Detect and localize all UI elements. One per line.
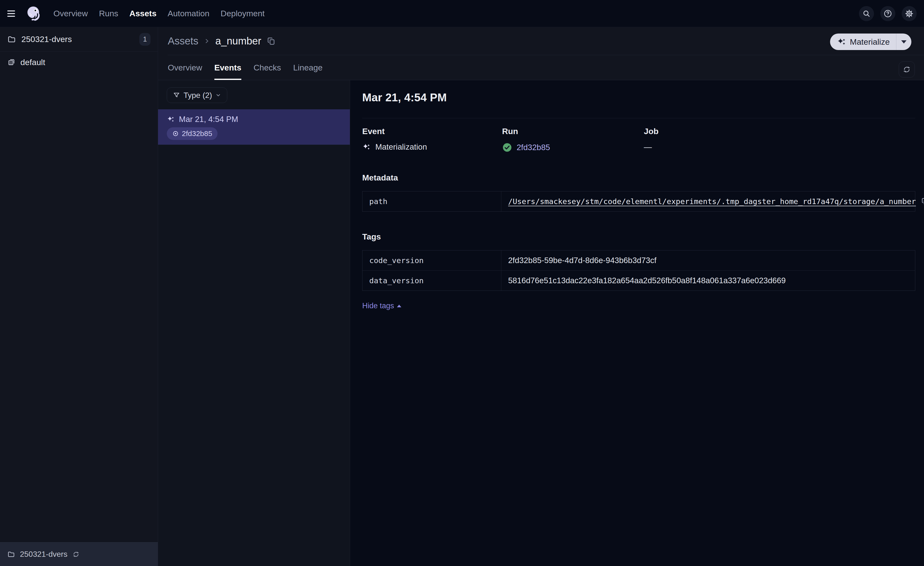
sparkle-icon: [837, 37, 846, 47]
copy-path-button[interactable]: [921, 197, 924, 206]
run-id-label: 2fd32b85: [182, 129, 212, 138]
events-list-panel: Type (2) Mar 21, 4:54 PM: [158, 80, 350, 566]
event-timestamp: Mar 21, 4:54 PM: [179, 114, 238, 124]
event-detail-title: Mar 21, 4:54 PM: [362, 91, 915, 104]
tab-lineage[interactable]: Lineage: [293, 55, 322, 80]
hide-tags-button[interactable]: Hide tags: [362, 301, 401, 310]
nav-item-overview[interactable]: Overview: [53, 9, 88, 18]
asset-count-badge: 1: [140, 33, 150, 46]
copy-icon: [267, 36, 276, 46]
nav-item-deployment[interactable]: Deployment: [220, 9, 265, 18]
tag-value-cell: 5816d76e51c13dac22e3fa182a654aa2d526fb50…: [501, 271, 915, 291]
type-filter-label: Type (2): [183, 91, 212, 100]
asset-sidebar: 250321-dvers 1 default 25: [0, 27, 158, 566]
filter-funnel-icon: [173, 92, 180, 99]
tag-value: 5816d76e51c13dac22e3fa182a654aa2d526fb50…: [508, 276, 786, 285]
table-row: code_version 2fd32b85-59be-4d7d-8d6e-943…: [363, 250, 915, 270]
materialize-button[interactable]: Materialize: [830, 33, 896, 50]
dagster-octopus-logo-icon: [25, 5, 43, 23]
sidebar-repo-label: default: [20, 57, 45, 67]
sidebar-group-label: 250321-dvers: [21, 35, 72, 44]
dagster-app: Overview Runs Assets Automation Deployme…: [0, 0, 924, 566]
help-button[interactable]: [880, 6, 896, 21]
event-column: Event Materialization: [362, 126, 502, 152]
run-id-link[interactable]: 2fd32b85: [517, 143, 550, 152]
path-link[interactable]: /Users/smackesey/stm/code/elementl/exper…: [508, 197, 916, 206]
job-column-label: Job: [644, 126, 915, 136]
tag-key: data_version: [363, 271, 501, 291]
sidebar-item-repo-default[interactable]: default: [0, 51, 158, 73]
asset-page-header: Assets a_number Overview Events Checks L…: [158, 27, 924, 80]
refresh-icon: [903, 65, 911, 74]
metadata-table: path /Users/smackesey/stm/code/elementl/…: [362, 191, 915, 212]
asset-group-icon: [7, 58, 15, 66]
breadcrumb-assets-link[interactable]: Assets: [168, 35, 198, 47]
chevron-down-icon: [215, 92, 221, 98]
run-id-pill[interactable]: 2fd32b85: [167, 127, 218, 140]
top-nav: Overview Runs Assets Automation Deployme…: [0, 0, 924, 27]
folder-icon: [7, 551, 15, 558]
event-type-text: Materialization: [375, 142, 427, 152]
event-item-run: 2fd32b85: [167, 127, 341, 140]
tag-value-cell: 2fd32b85-59be-4d7d-8d6e-943b6b3d73cf: [501, 250, 915, 270]
tags-table: code_version 2fd32b85-59be-4d7d-8d6e-943…: [362, 250, 915, 291]
primary-nav: Overview Runs Assets Automation Deployme…: [53, 9, 265, 18]
run-column-label: Run: [502, 126, 644, 136]
run-success-check-icon: [502, 142, 512, 152]
tag-value: 2fd32b85-59be-4d7d-8d6e-943b6b3d73cf: [508, 256, 657, 265]
copy-icon: [921, 197, 924, 206]
hide-tags-label: Hide tags: [362, 301, 394, 310]
caret-down-icon: [901, 40, 906, 44]
nav-item-assets[interactable]: Assets: [129, 9, 157, 18]
materialize-split-button: Materialize: [830, 33, 911, 50]
chevron-right-icon: [203, 38, 210, 45]
table-row: path /Users/smackesey/stm/code/elementl/…: [363, 191, 915, 211]
event-info-grid: Event Materialization Run: [362, 126, 915, 152]
event-column-value: Materialization: [362, 142, 502, 152]
search-button[interactable]: [859, 6, 874, 21]
metadata-value-cell: /Users/smackesey/stm/code/elementl/exper…: [501, 191, 924, 211]
event-item-header: Mar 21, 4:54 PM: [167, 114, 341, 124]
tag-key: code_version: [363, 250, 501, 270]
code-location-footer[interactable]: 250321-dvers: [0, 542, 158, 566]
asset-name: a_number: [215, 35, 261, 47]
code-location-label: 250321-dvers: [20, 550, 68, 559]
breadcrumb: Assets a_number: [158, 27, 924, 55]
caret-up-icon: [397, 305, 401, 307]
materialization-sparkle-icon: [362, 143, 371, 151]
settings-button[interactable]: [902, 6, 917, 21]
table-row: data_version 5816d76e51c13dac22e3fa182a6…: [363, 270, 915, 291]
hamburger-menu-button[interactable]: [7, 9, 18, 18]
gear-icon: [905, 9, 914, 18]
event-column-label: Event: [362, 126, 502, 136]
search-icon: [862, 9, 871, 18]
materialize-label: Materialize: [850, 37, 890, 47]
folder-icon: [7, 35, 16, 44]
reload-icon: [72, 551, 80, 558]
job-value-text: —: [644, 142, 652, 152]
metadata-key: path: [363, 191, 501, 211]
help-icon: [884, 9, 892, 18]
top-nav-actions: [859, 6, 917, 21]
metadata-heading: Metadata: [362, 173, 915, 182]
nav-item-automation[interactable]: Automation: [168, 9, 210, 18]
tab-overview[interactable]: Overview: [168, 55, 202, 80]
event-detail-pane: Mar 21, 4:54 PM Event Materialization Ru…: [350, 80, 924, 566]
nav-item-runs[interactable]: Runs: [99, 9, 118, 18]
events-filter-row: Type (2): [158, 80, 350, 109]
run-column-value: 2fd32b85: [502, 142, 644, 152]
type-filter-button[interactable]: Type (2): [167, 87, 227, 103]
tags-heading: Tags: [362, 232, 915, 241]
run-target-icon: [172, 130, 179, 137]
sidebar-item-group[interactable]: 250321-dvers 1: [0, 27, 158, 51]
job-column-value: —: [644, 142, 915, 152]
materialization-sparkle-icon: [167, 115, 175, 123]
run-column: Run 2fd32b85: [502, 126, 644, 152]
asset-tabs: Overview Events Checks Lineage: [158, 55, 924, 80]
tab-checks[interactable]: Checks: [254, 55, 281, 80]
event-list-item-selected[interactable]: Mar 21, 4:54 PM 2fd32b85: [158, 109, 350, 145]
copy-asset-name-button[interactable]: [267, 36, 276, 46]
refresh-button[interactable]: [899, 62, 915, 77]
tab-events[interactable]: Events: [214, 55, 242, 80]
job-column: Job —: [644, 126, 915, 152]
